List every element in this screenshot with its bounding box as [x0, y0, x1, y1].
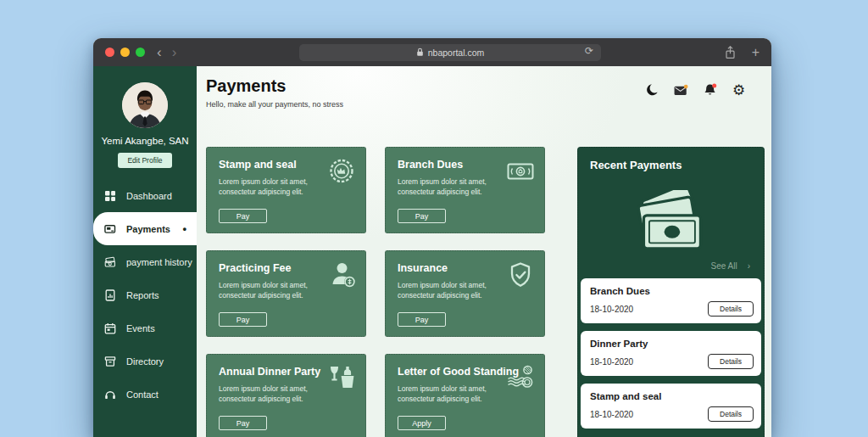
apply-button[interactable]: Apply: [398, 416, 446, 430]
sidebar-item-label: Payments: [126, 224, 170, 234]
sidebar-menu: Dashboard Payments •: [93, 179, 197, 411]
profile-name: Yemi Akangbe, SAN: [101, 136, 188, 146]
browser-forward-button[interactable]: ›: [172, 45, 177, 59]
sidebar-item-directory[interactable]: Directory: [93, 345, 197, 378]
minimize-window-button[interactable]: [120, 48, 130, 57]
recent-payments-panel: Recent Payments See All ›: [577, 147, 765, 437]
payment-card-insurance: Insurance Lorem ipsum dolor sit amet, co…: [385, 250, 545, 337]
calendar-icon: [104, 322, 116, 334]
archive-icon: [104, 356, 116, 367]
recent-payment-item: Stamp and seal 18-10-2020 Details: [581, 384, 761, 429]
sidebar-item-label: payment history: [126, 257, 192, 267]
stamped-letter-icon: [506, 364, 535, 393]
payment-card-stamp-and-seal: Stamp and seal Lorem ipsum dolor sit ame…: [206, 147, 366, 233]
payment-card-body: Lorem ipsum dolor sit amet, consectetur …: [398, 281, 501, 301]
chevron-right-icon: ›: [748, 261, 750, 271]
recent-item-title: Branch Dues: [590, 286, 752, 296]
dashboard-icon: [104, 190, 116, 202]
lock-icon: [416, 48, 424, 57]
payment-card-body: Lorem ipsum dolor sit amet, consectetur …: [219, 177, 322, 198]
header-icons: ⚙: [645, 83, 746, 97]
recent-payments-title: Recent Payments: [590, 159, 761, 171]
sidebar-item-contact[interactable]: Contact: [93, 378, 197, 411]
recent-item-date: 18-10-2020: [590, 357, 633, 367]
browser-actions: +: [724, 45, 760, 60]
wallet-icon: [104, 223, 116, 235]
payment-card-branch-dues: Branch Dues Lorem ipsum dolor sit amet, …: [385, 147, 545, 233]
edit-profile-button[interactable]: Edit Profile: [118, 153, 171, 168]
avatar: [122, 82, 168, 128]
pay-button[interactable]: Pay: [219, 416, 267, 430]
sidebar-item-events[interactable]: Events: [93, 311, 197, 345]
sidebar-item-label: Directory: [126, 356, 164, 367]
pay-button[interactable]: Pay: [219, 312, 267, 327]
active-indicator-dot: •: [182, 222, 186, 235]
dark-mode-moon-icon[interactable]: [645, 83, 659, 97]
payment-card-body: Lorem ipsum dolor sit amet, consectetur …: [398, 177, 501, 198]
recent-payment-item: Branch Dues 18-10-2020 Details: [581, 278, 761, 323]
seal-icon: [327, 157, 356, 186]
person-coin-icon: [327, 261, 356, 289]
sidebar: Yemi Akangbe, SAN Edit Profile Dashboard: [93, 66, 197, 437]
page-title: Payments: [206, 76, 343, 96]
payment-card-body: Lorem ipsum dolor sit amet, consectetur …: [398, 384, 501, 405]
cash-icon: [104, 256, 116, 268]
browser-back-button[interactable]: ‹: [157, 45, 162, 59]
recent-item-date: 18-10-2020: [590, 305, 633, 314]
settings-gear-icon[interactable]: ⚙: [732, 83, 746, 97]
sidebar-item-reports[interactable]: Reports: [93, 278, 197, 311]
address-bar[interactable]: nbaportal.com ⟳: [299, 44, 601, 61]
close-window-button[interactable]: [105, 48, 114, 57]
payment-card-body: Lorem ipsum dolor sit amet, consectetur …: [219, 281, 322, 301]
messages-icon[interactable]: [674, 83, 688, 97]
sidebar-item-payment-history[interactable]: payment history: [93, 245, 197, 278]
new-tab-button[interactable]: +: [752, 45, 760, 60]
pay-button[interactable]: Pay: [219, 209, 267, 223]
money-fan-icon: [620, 190, 723, 258]
sidebar-item-label: Contact: [126, 389, 159, 400]
see-all-label: See All: [711, 261, 737, 271]
payment-card-practicing-fee: Practicing Fee Lorem ipsum dolor sit ame…: [206, 250, 366, 337]
sidebar-item-payments[interactable]: Payments •: [93, 212, 197, 245]
recent-item-title: Dinner Party: [590, 339, 752, 349]
browser-window: ‹ › nbaportal.com ⟳ +: [93, 38, 771, 437]
browser-titlebar: ‹ › nbaportal.com ⟳ +: [93, 38, 771, 66]
sidebar-item-label: Dashboard: [126, 191, 172, 201]
main-content: Payments Hello, make all your payments, …: [197, 66, 771, 437]
banknote-icon: [506, 157, 535, 186]
details-button[interactable]: Details: [708, 354, 754, 369]
see-all-link[interactable]: See All ›: [711, 258, 750, 273]
page-header: Payments Hello, make all your payments, …: [206, 76, 765, 109]
headset-icon: [104, 389, 116, 401]
page-subtitle: Hello, make all your payments, no stress: [206, 100, 343, 109]
shield-check-icon: [506, 261, 535, 289]
payment-cards-grid: Stamp and seal Lorem ipsum dolor sit ame…: [206, 147, 545, 437]
payment-card-letter-of-good-standing: Letter of Good Standing Lorem ipsum dolo…: [385, 354, 545, 437]
payment-card-annual-dinner-party: Annual Dinner Party Lorem ipsum dolor si…: [206, 354, 366, 437]
recent-payment-item: Dinner Party 18-10-2020 Details: [581, 331, 761, 376]
notifications-bell-icon[interactable]: [703, 83, 717, 97]
details-button[interactable]: Details: [708, 406, 754, 422]
recent-item-date: 18-10-2020: [590, 410, 633, 419]
reload-icon[interactable]: ⟳: [585, 45, 593, 57]
sidebar-item-label: Events: [126, 323, 155, 333]
pay-button[interactable]: Pay: [398, 312, 446, 327]
payment-card-body: Lorem ipsum dolor sit amet, consectetur …: [219, 384, 322, 405]
url-text: nbaportal.com: [428, 48, 485, 58]
fullscreen-window-button[interactable]: [136, 48, 145, 57]
report-icon: [104, 289, 116, 301]
dinner-icon: [327, 364, 356, 393]
pay-button[interactable]: Pay: [398, 209, 446, 223]
details-button[interactable]: Details: [708, 301, 754, 317]
sidebar-item-label: Reports: [126, 290, 159, 300]
window-controls: [105, 48, 145, 57]
recent-item-title: Stamp and seal: [590, 391, 752, 401]
share-icon[interactable]: [724, 46, 737, 59]
sidebar-item-dashboard[interactable]: Dashboard: [93, 179, 197, 212]
